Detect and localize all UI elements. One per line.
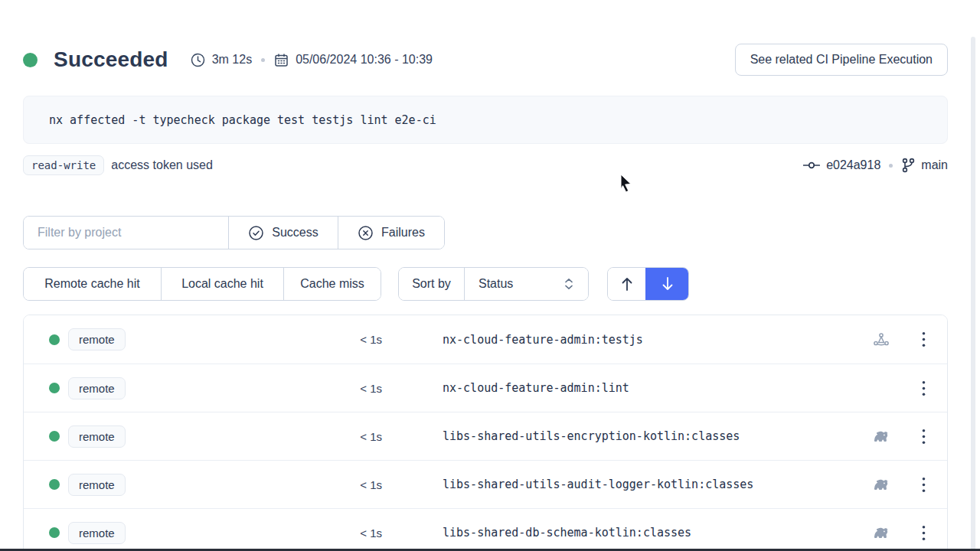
task-name[interactable]: libs-shared-utils-encryption-kotlin:clas… <box>443 429 863 443</box>
task-row[interactable]: remote < 1s libs-shared-utils-audit-logg… <box>24 460 947 508</box>
sort-group: Sort by Status <box>398 267 589 301</box>
task-status-dot <box>49 527 60 538</box>
commit-sha[interactable]: e024a918 <box>826 158 880 172</box>
commit-icon <box>803 160 820 171</box>
gradle-icon <box>871 429 891 444</box>
check-circle-icon <box>248 225 264 241</box>
task-row[interactable]: remote < 1s libs-shared-db-schema-kotlin… <box>24 508 947 551</box>
arrow-down-icon <box>660 276 675 292</box>
task-status-dot <box>49 334 60 345</box>
chevron-up-down-icon <box>564 277 574 291</box>
success-filter-button[interactable]: Success <box>228 217 338 249</box>
cache-source-badge: remote <box>68 328 126 350</box>
jest-icon <box>872 331 890 349</box>
token-row: read-write access token used e024a918 <box>23 155 948 175</box>
vcs-info: e024a918 main <box>803 158 948 173</box>
branch-name[interactable]: main <box>921 158 948 172</box>
calendar-icon <box>274 53 289 67</box>
project-filter-group: Success Failures <box>23 216 445 249</box>
task-name[interactable]: nx-cloud-feature-admin:lint <box>443 381 863 395</box>
cache-source-badge: remote <box>68 425 126 448</box>
task-menu-kebab-icon[interactable] <box>900 429 947 445</box>
task-row[interactable]: remote < 1s nx-cloud-feature-admin:testj… <box>24 315 947 364</box>
task-menu-kebab-icon[interactable] <box>900 525 947 541</box>
task-menu-kebab-icon[interactable] <box>900 331 947 347</box>
see-related-ci-pipeline-button[interactable]: See related CI Pipeline Execution <box>735 44 948 76</box>
status-success-dot <box>23 53 38 67</box>
sort-selected-value: Status <box>479 277 513 291</box>
arrow-up-icon <box>619 276 635 292</box>
cache-source-badge: remote <box>68 522 126 544</box>
filter-row: Success Failures <box>23 216 948 249</box>
sort-status-select[interactable]: Status <box>464 268 588 300</box>
access-token-text: access token used <box>111 158 213 172</box>
task-duration: < 1s <box>145 478 382 491</box>
cache-miss-button[interactable]: Cache miss <box>283 268 381 300</box>
gradle-icon <box>871 525 891 540</box>
separator-dot <box>889 164 893 168</box>
sort-row: Remote cache hit Local cache hit Cache m… <box>23 267 948 301</box>
task-menu-kebab-icon[interactable] <box>900 477 947 493</box>
sort-ascending-button[interactable] <box>608 268 645 300</box>
success-filter-label: Success <box>272 226 318 240</box>
run-duration: 3m 12s <box>212 53 252 67</box>
sort-direction-group <box>607 267 689 301</box>
separator-dot <box>261 58 265 62</box>
failures-filter-button[interactable]: Failures <box>338 217 444 249</box>
run-meta: 3m 12s 05/06/2024 10:36 - 10:39 <box>191 53 433 67</box>
remote-cache-hit-button[interactable]: Remote cache hit <box>24 268 161 300</box>
run-header: Succeeded 3m 12s 05/06/2024 10:36 - <box>23 43 948 77</box>
clock-icon <box>191 53 205 67</box>
access-token-badge: read-write <box>23 155 104 175</box>
sort-by-label: Sort by <box>399 268 464 300</box>
git-branch-icon <box>901 158 915 173</box>
task-duration: < 1s <box>145 382 382 395</box>
sort-descending-button[interactable] <box>645 268 688 300</box>
command-block: nx affected -t typecheck package test te… <box>23 96 948 144</box>
task-row[interactable]: remote < 1s libs-shared-utils-encryption… <box>24 412 947 460</box>
failures-filter-label: Failures <box>381 226 425 240</box>
task-row[interactable]: remote < 1s nx-cloud-feature-admin:lint <box>24 364 947 412</box>
filter-by-project-input[interactable] <box>24 217 228 249</box>
x-circle-icon <box>358 225 374 241</box>
vertical-scrollbar[interactable] <box>971 37 975 551</box>
task-list: remote < 1s nx-cloud-feature-admin:testj… <box>23 315 948 551</box>
task-duration: < 1s <box>145 527 382 540</box>
cache-filter-group: Remote cache hit Local cache hit Cache m… <box>23 267 381 301</box>
task-duration: < 1s <box>145 430 382 443</box>
task-status-dot <box>49 479 60 490</box>
task-menu-kebab-icon[interactable] <box>900 380 947 396</box>
page-title: Succeeded <box>54 47 168 72</box>
local-cache-hit-button[interactable]: Local cache hit <box>161 268 283 300</box>
gradle-icon <box>871 477 891 492</box>
task-duration: < 1s <box>145 333 382 346</box>
task-name[interactable]: libs-shared-utils-audit-logger-kotlin:cl… <box>443 478 863 491</box>
run-details-page: Succeeded 3m 12s 05/06/2024 10:36 - <box>0 0 980 551</box>
task-name[interactable]: nx-cloud-feature-admin:testjs <box>443 333 863 347</box>
task-status-dot <box>49 383 60 393</box>
task-name[interactable]: libs-shared-db-schema-kotlin:classes <box>443 526 863 540</box>
run-date-range: 05/06/2024 10:36 - 10:39 <box>296 53 433 67</box>
task-status-dot <box>49 431 60 442</box>
command-text: nx affected -t typecheck package test te… <box>49 113 436 127</box>
cache-source-badge: remote <box>68 377 126 399</box>
cache-source-badge: remote <box>68 474 126 496</box>
